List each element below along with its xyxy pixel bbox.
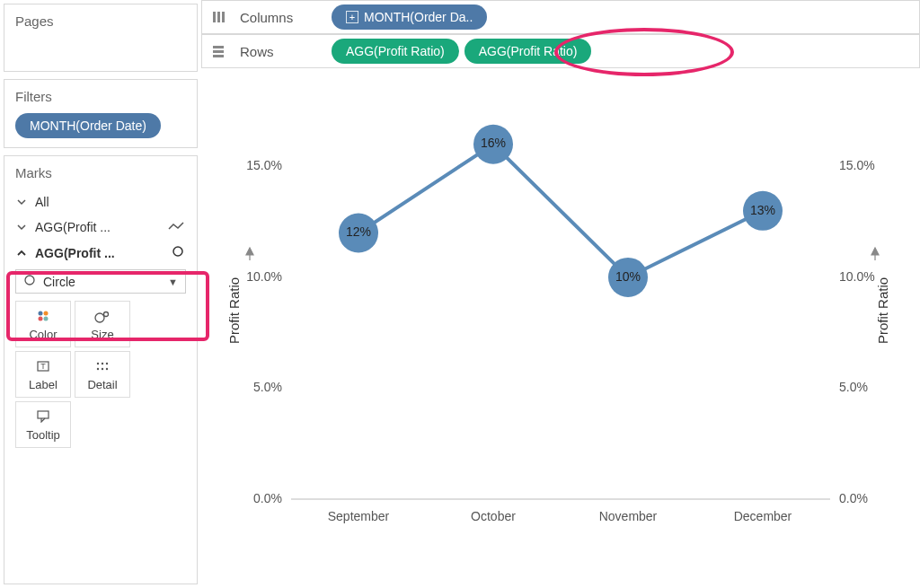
filters-title: Filters bbox=[15, 89, 186, 104]
marks-agg2-row[interactable]: AGG(Profit ... bbox=[15, 240, 186, 266]
filter-pill[interactable]: MONTH(Order Date) bbox=[15, 113, 161, 138]
svg-text:October: October bbox=[471, 509, 516, 523]
detail-button-label: Detail bbox=[87, 378, 117, 391]
mark-type-label: Circle bbox=[43, 275, 75, 289]
svg-text:T: T bbox=[40, 362, 46, 371]
chevron-up-icon bbox=[17, 246, 28, 260]
marks-all-row[interactable]: All bbox=[15, 189, 186, 215]
svg-point-0 bbox=[173, 247, 182, 256]
svg-point-15 bbox=[106, 367, 108, 369]
svg-rect-21 bbox=[213, 50, 224, 53]
svg-text:5.0%: 5.0% bbox=[839, 380, 868, 394]
svg-text:Profit Ratio: Profit Ratio bbox=[875, 277, 890, 344]
svg-text:December: December bbox=[734, 509, 792, 523]
svg-text:15.0%: 15.0% bbox=[839, 158, 875, 172]
marks-agg2-label: AGG(Profit ... bbox=[35, 246, 115, 260]
svg-point-6 bbox=[95, 313, 104, 322]
svg-text:10.0%: 10.0% bbox=[839, 269, 875, 284]
rows-icon bbox=[208, 44, 229, 58]
svg-point-4 bbox=[39, 316, 43, 320]
svg-point-10 bbox=[97, 362, 99, 364]
svg-point-2 bbox=[39, 311, 43, 315]
marks-all-label: All bbox=[35, 195, 49, 209]
rows-label: Rows bbox=[240, 44, 321, 59]
tooltip-icon bbox=[36, 408, 50, 425]
filters-shelf[interactable]: Filters MONTH(Order Date) bbox=[4, 79, 198, 148]
tooltip-button-label: Tooltip bbox=[26, 428, 60, 442]
rows-pill-1[interactable]: AGG(Profit Ratio) bbox=[332, 39, 459, 64]
svg-point-7 bbox=[104, 312, 109, 316]
size-button[interactable]: Size bbox=[75, 301, 130, 347]
chevron-down-icon bbox=[17, 220, 28, 234]
marks-title: Marks bbox=[15, 165, 186, 180]
svg-rect-20 bbox=[213, 46, 224, 48]
chevron-down-icon bbox=[17, 195, 28, 209]
detail-button[interactable]: Detail bbox=[75, 351, 130, 398]
svg-text:November: November bbox=[599, 509, 658, 523]
line-mark-icon bbox=[168, 220, 184, 234]
svg-text:0.0%: 0.0% bbox=[253, 491, 282, 505]
mark-type-dropdown[interactable]: Circle ▼ bbox=[15, 269, 186, 294]
columns-icon bbox=[208, 10, 229, 24]
columns-pill[interactable]: + MONTH(Order Da.. bbox=[332, 4, 487, 30]
label-button[interactable]: T Label bbox=[15, 351, 71, 398]
label-icon: T bbox=[36, 358, 50, 374]
svg-text:16%: 16% bbox=[481, 136, 506, 150]
svg-rect-16 bbox=[38, 411, 49, 418]
marks-shelf: Marks All AGG(Profit ... bbox=[4, 155, 198, 584]
label-button-label: Label bbox=[29, 378, 58, 391]
svg-rect-19 bbox=[222, 12, 225, 22]
rows-pill-2[interactable]: AGG(Profit Ratio) bbox=[464, 39, 592, 64]
circle-mark-icon bbox=[172, 245, 184, 260]
columns-label: Columns bbox=[240, 10, 321, 25]
svg-point-13 bbox=[97, 367, 99, 369]
color-icon bbox=[36, 308, 50, 324]
svg-text:September: September bbox=[328, 509, 390, 523]
size-button-label: Size bbox=[91, 328, 113, 341]
svg-point-1 bbox=[25, 276, 34, 285]
pages-title: Pages bbox=[15, 13, 186, 29]
color-button-label: Color bbox=[29, 328, 57, 341]
svg-point-3 bbox=[44, 311, 49, 315]
columns-pill-label: MONTH(Order Da.. bbox=[364, 10, 473, 24]
svg-text:12%: 12% bbox=[346, 224, 371, 239]
columns-shelf[interactable]: Columns + MONTH(Order Da.. bbox=[201, 0, 920, 34]
svg-point-11 bbox=[102, 362, 103, 364]
circle-outline-icon bbox=[23, 274, 36, 289]
svg-text:Profit Ratio: Profit Ratio bbox=[226, 277, 242, 344]
svg-rect-22 bbox=[213, 55, 224, 57]
svg-text:5.0%: 5.0% bbox=[253, 380, 282, 394]
tooltip-button[interactable]: Tooltip bbox=[15, 401, 71, 448]
svg-text:0.0%: 0.0% bbox=[839, 491, 868, 505]
dropdown-caret-icon: ▼ bbox=[168, 276, 178, 287]
svg-rect-17 bbox=[213, 12, 216, 22]
marks-agg1-label: AGG(Profit ... bbox=[35, 220, 111, 234]
chart-canvas: 0.0%0.0%5.0%5.0%10.0%10.0%15.0%15.0%Sept… bbox=[201, 68, 920, 588]
svg-rect-18 bbox=[217, 12, 220, 22]
svg-point-5 bbox=[44, 316, 49, 320]
pages-shelf[interactable]: Pages bbox=[4, 4, 198, 72]
svg-text:15.0%: 15.0% bbox=[246, 158, 282, 172]
svg-text:10%: 10% bbox=[615, 269, 641, 284]
svg-point-12 bbox=[106, 362, 108, 364]
svg-text:10.0%: 10.0% bbox=[246, 269, 282, 284]
rows-shelf[interactable]: Rows AGG(Profit Ratio) AGG(Profit Ratio) bbox=[201, 34, 920, 68]
detail-icon bbox=[95, 358, 110, 374]
color-button[interactable]: Color bbox=[15, 301, 71, 347]
size-icon bbox=[94, 308, 111, 324]
svg-point-14 bbox=[102, 367, 103, 369]
svg-text:13%: 13% bbox=[750, 203, 775, 217]
marks-agg1-row[interactable]: AGG(Profit ... bbox=[15, 215, 186, 240]
expand-icon: + bbox=[346, 11, 358, 23]
